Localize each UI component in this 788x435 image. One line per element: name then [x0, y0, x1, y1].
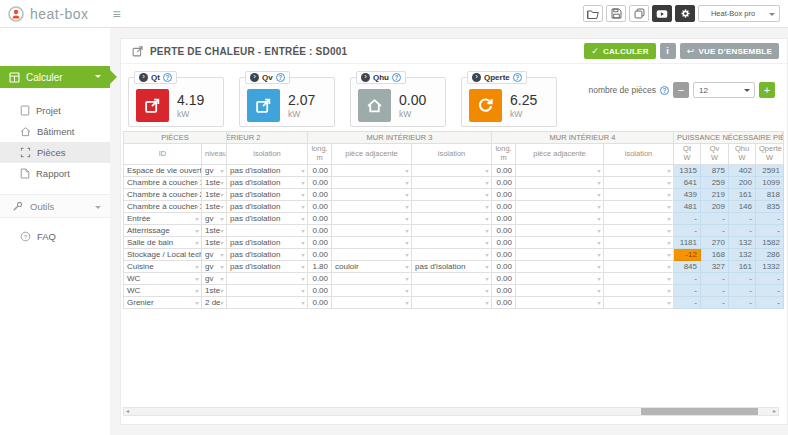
help-icon[interactable]: ? [660, 86, 669, 95]
horizontal-scrollbar[interactable]: ◂ ▸ [123, 407, 779, 416]
goto-icon[interactable]: › [139, 73, 148, 82]
cell-m4_adj[interactable] [516, 225, 604, 237]
cell-m4_long[interactable]: 0.00 [492, 213, 516, 225]
cell-m3_adj[interactable] [332, 189, 412, 201]
cell-iso2[interactable]: pas d'isolation [227, 261, 308, 273]
cell-m3_iso[interactable] [412, 237, 492, 249]
cell-m3_iso[interactable] [412, 225, 492, 237]
cell-m4_iso[interactable] [604, 201, 674, 213]
cell-m3_long[interactable]: 0.00 [308, 249, 332, 261]
cell-iso2[interactable]: pas d'isolation [227, 213, 308, 225]
help-icon[interactable]: ? [163, 73, 172, 82]
cell-iso2[interactable]: pas d'isolation [227, 249, 308, 261]
cell-m3_long[interactable]: 0.00 [308, 177, 332, 189]
cell-niveau[interactable]: 2 de [202, 297, 227, 309]
cell-m3_adj[interactable]: couloir [332, 261, 412, 273]
cell-m3_long[interactable]: 0.00 [308, 237, 332, 249]
cell-m3_adj[interactable] [332, 213, 412, 225]
cell-m4_adj[interactable] [516, 189, 604, 201]
cell-id[interactable]: Atterrissage [124, 225, 202, 237]
cell-m4_long[interactable]: 0.00 [492, 201, 516, 213]
help-icon[interactable]: ? [513, 73, 522, 82]
cell-iso2[interactable]: pas d'isolation [227, 189, 308, 201]
cell-m4_long[interactable]: 0.00 [492, 273, 516, 285]
cell-m3_long[interactable]: 0.00 [308, 165, 332, 177]
cell-m4_iso[interactable] [604, 273, 674, 285]
cell-m4_long[interactable]: 0.00 [492, 225, 516, 237]
cell-m3_long[interactable]: 0.00 [308, 213, 332, 225]
sidebar-item-faq[interactable]: ? FAQ [0, 226, 110, 247]
cell-m4_long[interactable]: 0.00 [492, 261, 516, 273]
cell-id[interactable]: Stockage / Local tech [124, 249, 202, 261]
cell-iso2[interactable] [227, 285, 308, 297]
cell-niveau[interactable]: gv [202, 261, 227, 273]
cell-niveau[interactable]: 1ste [202, 285, 227, 297]
cell-m4_adj[interactable] [516, 177, 604, 189]
help-icon[interactable]: ? [276, 73, 285, 82]
cell-id[interactable]: Cuisine [124, 261, 202, 273]
cell-m4_iso[interactable] [604, 177, 674, 189]
cell-niveau[interactable]: 1ste [202, 201, 227, 213]
sidebar-section-outils[interactable]: Outils [0, 194, 110, 218]
cell-niveau[interactable]: gv [202, 273, 227, 285]
cell-m4_adj[interactable] [516, 237, 604, 249]
rooms-plus-button[interactable]: + [759, 82, 775, 98]
cell-m4_long[interactable]: 0.00 [492, 189, 516, 201]
cell-id[interactable]: Chambre à coucher 3 [124, 201, 202, 213]
cell-m4_long[interactable]: 0.00 [492, 249, 516, 261]
sidebar-item-rapport[interactable]: Rapport [0, 163, 110, 184]
goto-icon[interactable]: › [250, 73, 259, 82]
cell-m3_iso[interactable] [412, 213, 492, 225]
cell-m4_iso[interactable] [604, 285, 674, 297]
cell-m3_long[interactable]: 0.00 [308, 273, 332, 285]
sidebar-item-batiment[interactable]: Bâtiment [0, 121, 110, 142]
cell-m3_adj[interactable] [332, 285, 412, 297]
goto-icon[interactable]: › [472, 73, 481, 82]
cell-m3_iso[interactable] [412, 189, 492, 201]
cell-m4_adj[interactable] [516, 165, 604, 177]
cell-m4_iso[interactable] [604, 225, 674, 237]
cell-m3_iso[interactable] [412, 177, 492, 189]
sidebar-item-projet[interactable]: Projet [0, 100, 110, 121]
cell-m4_adj[interactable] [516, 213, 604, 225]
cell-m4_long[interactable]: 0.00 [492, 237, 516, 249]
scrollbar-thumb[interactable] [641, 408, 759, 415]
help-icon[interactable]: ? [392, 73, 401, 82]
cell-m4_adj[interactable] [516, 261, 604, 273]
cell-id[interactable]: WC [124, 273, 202, 285]
cell-niveau[interactable]: 1ste [202, 237, 227, 249]
cell-niveau[interactable]: 1ste [202, 225, 227, 237]
cell-m3_iso[interactable] [412, 273, 492, 285]
cell-m3_iso[interactable] [412, 165, 492, 177]
cell-m3_adj[interactable] [332, 237, 412, 249]
cell-id[interactable]: Entrée [124, 213, 202, 225]
rooms-minus-button[interactable]: − [673, 82, 689, 98]
cell-m3_long[interactable]: 0.00 [308, 201, 332, 213]
scroll-left-icon[interactable]: ◂ [126, 407, 129, 416]
cell-m3_long[interactable]: 0.00 [308, 297, 332, 309]
cell-id[interactable]: Grenier [124, 297, 202, 309]
cell-m4_long[interactable]: 0.00 [492, 165, 516, 177]
cell-m4_iso[interactable] [604, 261, 674, 273]
cell-id[interactable]: WC [124, 285, 202, 297]
cell-iso2[interactable]: pas d'isolation [227, 237, 308, 249]
cell-m4_adj[interactable] [516, 297, 604, 309]
cell-m4_iso[interactable] [604, 189, 674, 201]
cell-m3_adj[interactable] [332, 165, 412, 177]
cell-id[interactable]: Espace de vie ouvert [124, 165, 202, 177]
cell-m3_adj[interactable] [332, 225, 412, 237]
cell-iso2[interactable] [227, 225, 308, 237]
cell-m3_adj[interactable] [332, 249, 412, 261]
cell-m3_iso[interactable] [412, 285, 492, 297]
cell-m4_long[interactable]: 0.00 [492, 297, 516, 309]
cell-m4_long[interactable]: 0.00 [492, 177, 516, 189]
overview-button[interactable]: ↩ VUE D'ENSEMBLE [680, 43, 779, 59]
cell-m3_long[interactable]: 0.00 [308, 285, 332, 297]
cell-m4_iso[interactable] [604, 213, 674, 225]
open-folder-button[interactable] [583, 5, 603, 22]
cell-m3_iso[interactable] [412, 297, 492, 309]
cell-m3_adj[interactable] [332, 297, 412, 309]
settings-button[interactable] [675, 5, 695, 22]
cell-iso2[interactable]: pas d'isolation [227, 201, 308, 213]
cell-m4_adj[interactable] [516, 201, 604, 213]
